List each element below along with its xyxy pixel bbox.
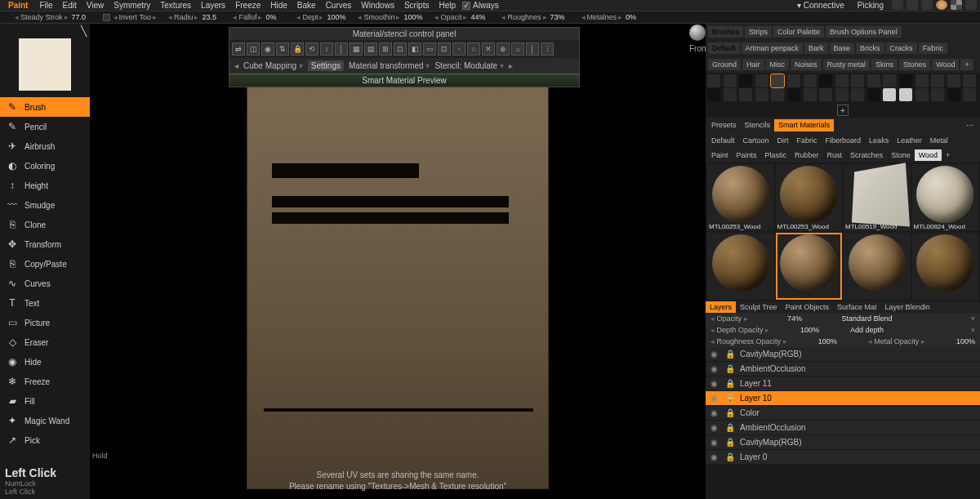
tab-brushes[interactable]: Brushes <box>708 26 743 38</box>
tab-bark[interactable]: Bark <box>804 42 828 54</box>
top-icon[interactable] <box>936 0 947 10</box>
brush-thumb[interactable] <box>883 88 896 101</box>
view-sphere-icon[interactable] <box>689 25 706 41</box>
lock-icon[interactable]: 🔒 <box>725 364 735 373</box>
visibility-icon[interactable]: ◉ <box>710 364 720 373</box>
top-icon[interactable] <box>906 0 918 10</box>
layertab-paint-objects[interactable]: Paint Objects <box>782 301 834 313</box>
cat-fiberboard[interactable]: Fiberboard <box>822 135 866 146</box>
toolbar-check[interactable] <box>103 14 110 21</box>
toolbar-Smoothin[interactable]: Smoothin <box>358 13 400 21</box>
color-swatch[interactable] <box>0 32 90 97</box>
layer-cavitymap-rgb-[interactable]: ◉🔒CavityMap(RGB) <box>706 347 980 362</box>
brush-thumb[interactable] <box>707 88 720 101</box>
tool-coloring[interactable]: ◐Coloring <box>0 156 90 176</box>
brush-thumb[interactable] <box>963 74 976 87</box>
tab-strips[interactable]: Strips <box>745 26 772 38</box>
preset-stencils[interactable]: Stencils <box>741 119 775 131</box>
tool-smudge[interactable]: 〰Smudge <box>0 195 90 215</box>
menu-windows[interactable]: Windows <box>356 1 399 10</box>
lock-icon[interactable]: 🔒 <box>725 423 735 432</box>
tab-artman-penpack[interactable]: Artman penpack <box>742 42 804 54</box>
connective-menu[interactable]: ▾ Connective <box>792 1 849 10</box>
menu-view[interactable]: View <box>82 1 109 10</box>
top-icon[interactable] <box>965 0 977 10</box>
settings-button[interactable]: Settings <box>308 60 344 71</box>
cat-default[interactable]: Default <box>707 135 739 146</box>
panel-tool-icon[interactable]: ▦ <box>350 42 363 56</box>
brush-thumb[interactable] <box>771 88 784 101</box>
layer-cavitymap-rgb-[interactable]: ◉🔒CavityMap(RGB) <box>706 435 980 450</box>
tool-hide[interactable]: ◉Hide <box>0 352 90 372</box>
menu-scripts[interactable]: Scripts <box>399 1 434 10</box>
cat-paints[interactable]: Paints <box>733 149 761 161</box>
visibility-icon[interactable]: ◉ <box>710 394 720 403</box>
layertab-surface-mat[interactable]: Surface Mat <box>833 301 881 313</box>
tab-default[interactable]: Default <box>708 42 740 54</box>
cat-scratches[interactable]: Scratches <box>846 149 887 161</box>
layer-ambientocclusion[interactable]: ◉🔒AmbientOcclusion <box>706 362 980 376</box>
toolbar-Roughnes[interactable]: Roughnes <box>501 13 546 21</box>
lock-icon[interactable]: 🔒 <box>725 350 735 359</box>
menu-file[interactable]: File <box>34 1 57 10</box>
tool-magic-wand[interactable]: ✦Magic Wand <box>0 411 90 430</box>
preset-menu-icon[interactable]: ⋯ <box>962 119 978 131</box>
tool-eraser[interactable]: ◇Eraser <box>0 332 90 352</box>
brush-thumb[interactable] <box>739 88 752 101</box>
menu-freeze[interactable]: Freeze <box>230 1 265 10</box>
panel-tool-icon[interactable]: ◦ <box>452 42 466 56</box>
material-thumb[interactable] <box>776 233 843 300</box>
layer-ambientocclusion[interactable]: ◉🔒AmbientOcclusion <box>706 421 980 435</box>
brush-thumb[interactable] <box>931 88 944 101</box>
brush-thumb[interactable] <box>851 74 864 87</box>
add-brush-button[interactable]: + <box>837 105 849 116</box>
material-thumb[interactable]: MTL00519_Wood <box>844 164 911 231</box>
brush-thumb[interactable] <box>867 88 880 101</box>
toolbar-Opacit[interactable]: Opacit <box>434 13 467 21</box>
layertab-layers[interactable]: Layers <box>706 301 736 313</box>
brush-thumb[interactable] <box>804 88 817 101</box>
brush-thumb[interactable] <box>867 74 880 87</box>
tool-text[interactable]: TText <box>0 293 90 313</box>
tab-base[interactable]: Base <box>830 42 855 54</box>
material-thumb[interactable]: MTL00253_Wood <box>707 164 774 231</box>
toolbar-Steady Strok[interactable]: Steady Strok <box>15 13 69 21</box>
tab-stones[interactable]: Stones <box>899 59 930 70</box>
cat-cartoon[interactable]: Cartoon <box>739 135 773 146</box>
cat-metal[interactable]: Metal <box>926 135 952 146</box>
tool-clone[interactable]: ⎘Clone <box>0 215 90 234</box>
brush-thumb[interactable] <box>835 88 849 101</box>
cat-wood[interactable]: Wood <box>915 149 942 161</box>
tool-transform[interactable]: ✥Transform <box>0 234 90 254</box>
cat-dirt[interactable]: Dirt <box>773 135 793 146</box>
cat-leather[interactable]: Leather <box>893 135 926 146</box>
prop-roughness-opacity[interactable]: Roughness Opacity <box>710 337 787 345</box>
brush-thumb[interactable] <box>724 88 737 101</box>
panel-tool-icon[interactable]: ⌕ <box>511 42 524 56</box>
lock-icon[interactable]: 🔒 <box>725 394 735 403</box>
visibility-icon[interactable]: ◉ <box>710 408 720 417</box>
cat-paint[interactable]: Paint <box>707 149 733 161</box>
tab-brush-options-panel[interactable]: Brush Options Panel <box>826 26 902 38</box>
prop-opacity[interactable]: Opacity <box>710 314 748 323</box>
cat-+[interactable]: + <box>942 149 954 161</box>
layertab-sculpt-tree[interactable]: Sculpt Tree <box>736 301 782 313</box>
brush-thumb[interactable] <box>915 88 929 101</box>
lock-icon[interactable]: 🔒 <box>725 452 735 461</box>
brush-thumb[interactable] <box>899 74 912 87</box>
brush-thumb[interactable] <box>899 88 912 101</box>
tab--[interactable]: + <box>960 59 973 70</box>
toolbar-Metalnes[interactable]: Metalnes <box>581 13 623 21</box>
layer-layer-11[interactable]: ◉🔒Layer 11 <box>706 376 980 391</box>
tab-noises[interactable]: Noises <box>791 59 822 70</box>
panel-tool-icon[interactable]: ◧ <box>408 42 421 56</box>
tab-ground[interactable]: Ground <box>708 59 741 70</box>
material-thumb[interactable]: MTL00824_Wood <box>912 164 979 231</box>
lock-icon[interactable]: 🔒 <box>725 438 735 447</box>
tab-bricks[interactable]: Bricks <box>856 42 884 54</box>
panel-tool-icon[interactable]: 🔒 <box>291 42 304 56</box>
brush-thumb[interactable] <box>819 88 832 101</box>
tool-airbrush[interactable]: ✈Airbrush <box>0 136 90 156</box>
tab-hair[interactable]: Hair <box>742 59 764 70</box>
menu-help[interactable]: Help <box>434 1 461 10</box>
